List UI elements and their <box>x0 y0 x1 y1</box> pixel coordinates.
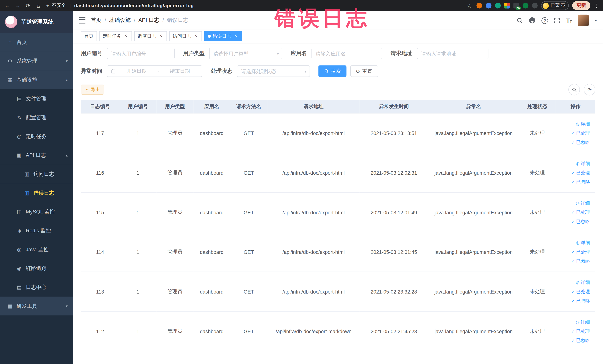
search-icon[interactable] <box>517 17 523 23</box>
row-action-ignore[interactable]: ✓已忽略 <box>571 258 590 264</box>
security-indicator[interactable]: ⚠ 不安全 <box>46 2 66 9</box>
browser-profile-chip[interactable]: 已暂停 <box>541 1 569 10</box>
dashboard-icon: ⌂ <box>7 39 13 45</box>
process-status-select[interactable] <box>237 65 310 77</box>
row-action-detail[interactable]: ◎详细 <box>576 120 590 127</box>
cell-actions: ◎详细✓已处理✓已忽略 <box>556 272 595 312</box>
address-bar[interactable]: dashboard.yudao.iocoder.cn/infra/log/api… <box>74 3 194 8</box>
font-size-icon[interactable]: TT <box>566 17 572 23</box>
breadcrumb-item[interactable]: API 日志 <box>138 17 159 24</box>
sidebar-item-label: 错误日志 <box>33 189 54 196</box>
cell-actions: ◎详细✓已处理✓已忽略 <box>556 232 595 272</box>
extension-icon[interactable] <box>504 3 510 9</box>
extension-icon[interactable] <box>495 3 500 9</box>
gear-icon: ⚙ <box>7 58 13 64</box>
tab-cron-job[interactable]: 定时任务 × <box>99 31 132 41</box>
sidebar-item-access-log[interactable]: ▥ 访问日志 <box>0 165 73 184</box>
export-button[interactable]: 导出 <box>81 84 104 94</box>
sidebar-item-java-monitor[interactable]: ◎ Java 监控 <box>0 240 73 259</box>
row-action-ignore[interactable]: ✓已忽略 <box>571 139 590 146</box>
row-action-label: 详细 <box>581 279 590 286</box>
fullscreen-icon[interactable] <box>554 17 560 23</box>
date-range-picker[interactable]: 开始日期 - 结束日期 <box>107 65 202 77</box>
app-logo[interactable]: 芋道管理系统 <box>0 11 73 33</box>
search-button[interactable]: 搜索 <box>318 65 347 77</box>
refresh-table-button[interactable]: ⟳ <box>584 84 595 95</box>
app-name-input[interactable] <box>312 48 382 59</box>
chevron-down-icon: ▾ <box>66 304 68 308</box>
sidebar-item-redis-monitor[interactable]: ◈ Redis 监控 <box>0 221 73 240</box>
row-action-detail[interactable]: ◎详细 <box>576 239 590 246</box>
close-icon[interactable]: × <box>193 33 198 39</box>
extension-icon[interactable] <box>532 3 537 9</box>
tab-error-log[interactable]: 错误日志 × <box>204 31 242 41</box>
home-icon[interactable]: ⌂ <box>35 2 42 9</box>
start-date-placeholder[interactable]: 开始日期 <box>118 68 155 75</box>
extension-icon[interactable]: on <box>513 3 519 9</box>
reload-icon[interactable]: ⟳ <box>25 2 32 9</box>
row-action-detail[interactable]: ◎详细 <box>576 160 590 167</box>
close-icon[interactable]: × <box>233 33 238 39</box>
sidebar-item-file-mgmt[interactable]: ▤ 文件管理 <box>0 89 73 108</box>
close-icon[interactable]: × <box>123 33 128 39</box>
sidebar-collapse-icon[interactable] <box>79 17 85 23</box>
tab-access-log[interactable]: 访问日志 × <box>169 31 202 41</box>
refresh-icon: ⟳ <box>356 68 360 74</box>
tab-schedule-log[interactable]: 调度日志 × <box>134 31 167 41</box>
breadcrumb-item[interactable]: 基础设施 <box>109 17 131 24</box>
row-action-processed[interactable]: ✓已处理 <box>571 130 590 136</box>
sidebar-item-mysql-monitor[interactable]: ◫ MySQL 监控 <box>0 202 73 221</box>
sidebar-item-api-log[interactable]: ▣ API 日志 ▴ <box>0 146 73 165</box>
row-action-processed[interactable]: ✓已处理 <box>571 328 590 335</box>
extension-icon[interactable] <box>486 3 491 9</box>
col-user-type: 用户类型 <box>156 100 194 113</box>
row-action-ignore[interactable]: ✓已忽略 <box>571 337 590 344</box>
end-date-placeholder[interactable]: 结束日期 <box>162 68 198 75</box>
row-action-ignore[interactable]: ✓已忽略 <box>571 218 590 225</box>
sidebar-item-dashboard[interactable]: ⌂ 首页 <box>0 33 73 52</box>
sidebar-item-system-mgmt[interactable]: ⚙ 系统管理 ▾ <box>0 52 73 70</box>
sidebar-item-config-mgmt[interactable]: ✎ 配置管理 <box>0 108 73 127</box>
row-action-processed[interactable]: ✓已处理 <box>571 169 590 176</box>
row-action-detail[interactable]: ◎详细 <box>576 200 590 206</box>
bookmark-star-icon[interactable]: ☆ <box>466 2 473 9</box>
extension-icon[interactable] <box>522 3 528 9</box>
user-id-input[interactable] <box>107 48 175 59</box>
github-icon[interactable] <box>529 17 536 24</box>
browser-menu-icon[interactable]: ⋮ <box>594 2 599 9</box>
cell-status: 未处理 <box>519 272 556 312</box>
extensions-area: ☆ on <box>466 2 537 9</box>
row-action-detail[interactable]: ◎详细 <box>576 279 590 286</box>
sidebar-item-cron-job[interactable]: ◷ 定时任务 <box>0 127 73 146</box>
close-icon[interactable]: × <box>158 33 163 39</box>
row-action-processed[interactable]: ✓已处理 <box>571 209 590 216</box>
sidebar-item-log-center[interactable]: ▤ 日志中心 <box>0 278 73 297</box>
row-action-detail[interactable]: ◎详细 <box>576 319 590 325</box>
row-action-ignore[interactable]: ✓已忽略 <box>571 298 590 304</box>
browser-update-chip[interactable]: 更新 <box>572 1 590 10</box>
check-icon: ✓ <box>571 140 575 145</box>
row-action-processed[interactable]: ✓已处理 <box>571 288 590 295</box>
check-icon: ✓ <box>571 338 575 343</box>
sidebar-item-tracing[interactable]: ◉ 链路追踪 <box>0 259 73 278</box>
forward-icon[interactable]: → <box>14 2 21 9</box>
row-action-processed[interactable]: ✓已处理 <box>571 249 590 255</box>
back-icon[interactable]: ← <box>4 2 11 9</box>
reset-button[interactable]: ⟳ 重置 <box>350 65 378 77</box>
caret-down-icon[interactable]: ▾ <box>595 18 597 23</box>
cell-time: 2021-05-03 12:02:31 <box>359 153 428 193</box>
tab-home[interactable]: 首页 <box>81 31 97 41</box>
breadcrumb-item[interactable]: 首页 <box>91 17 102 24</box>
app-title: 芋道管理系统 <box>21 19 53 25</box>
toggle-search-button[interactable] <box>568 84 580 95</box>
row-action-ignore[interactable]: ✓已忽略 <box>571 179 590 185</box>
sidebar-item-error-log[interactable]: ▥ 错误日志 <box>0 184 73 202</box>
user-type-select[interactable] <box>209 48 282 59</box>
help-icon[interactable]: ? <box>542 17 548 23</box>
user-avatar[interactable] <box>578 15 589 26</box>
request-url-input[interactable] <box>417 48 488 59</box>
sidebar-item-dev-tools[interactable]: ▨ 研发工具 ▾ <box>0 297 73 316</box>
sidebar-item-infrastructure[interactable]: ▦ 基础设施 ▴ <box>0 70 73 89</box>
extension-icon[interactable] <box>476 3 482 9</box>
check-icon: ✓ <box>571 179 575 185</box>
